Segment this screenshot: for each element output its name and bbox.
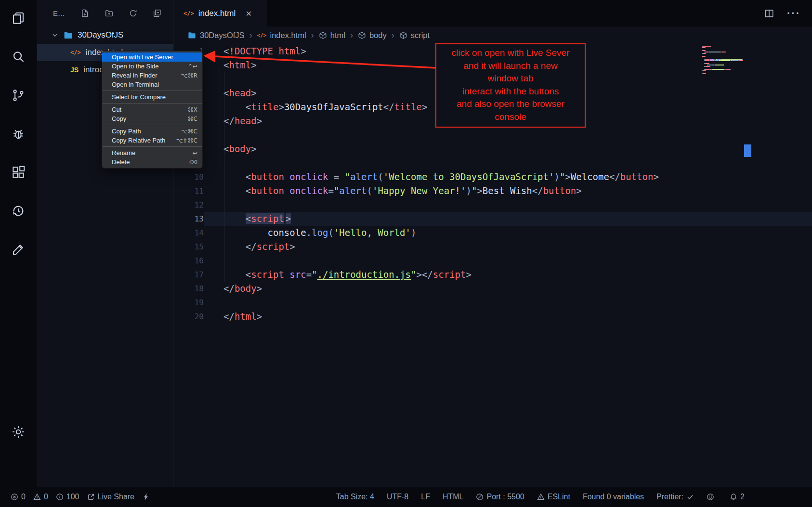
collapse-all-icon[interactable]	[153, 9, 162, 18]
activity-debug-button[interactable]	[0, 116, 37, 154]
folder-name: 30DaysOfJS	[78, 30, 123, 40]
menu-item-open-to-the-side[interactable]: Open to the Side⌃↩	[102, 62, 202, 71]
menu-item-label: Copy	[112, 115, 126, 122]
code-line[interactable]: 18</body>	[174, 282, 812, 296]
status-encoding[interactable]: UTF-8	[387, 493, 408, 501]
code-line[interactable]: 9	[174, 156, 812, 170]
menu-item-open-with-live-server[interactable]: Open with Live Server	[102, 52, 202, 62]
annotation-line: interact with the buttons	[437, 85, 584, 98]
menu-item-delete[interactable]: Delete⌫	[102, 157, 202, 167]
folder-icon	[63, 30, 73, 40]
refresh-icon[interactable]	[129, 9, 138, 18]
code-line[interactable]: 13 <script>	[174, 212, 812, 226]
menu-item-copy-relative-path[interactable]: Copy Relative Path⌥⇧⌘C	[102, 136, 202, 145]
overview-ruler-marker	[744, 144, 751, 157]
status-language-mode[interactable]: HTML	[443, 493, 464, 501]
breadcrumb-item-30daysofjs[interactable]: 30DaysOfJS	[187, 31, 245, 40]
tree-folder-root[interactable]: 30DaysOfJS	[37, 26, 173, 44]
status-quick-actions[interactable]	[142, 493, 153, 501]
smiley-icon	[707, 493, 714, 501]
activity-extensions-button[interactable]	[0, 154, 37, 193]
status-label: LF	[421, 493, 430, 501]
annotation-line: click on open with Live Sever	[437, 47, 584, 60]
line-content	[204, 128, 812, 142]
code-line[interactable]: 10 <button onclick = "alert('Welcome to …	[174, 170, 812, 184]
status-variables[interactable]: Found 0 variables	[583, 493, 644, 501]
status-warnings[interactable]: 0	[33, 493, 48, 501]
code-line[interactable]: 16	[174, 254, 812, 268]
line-number: 14	[174, 226, 204, 240]
menu-item-select-for-compare[interactable]: Select for Compare	[102, 92, 202, 102]
status-label: Live Share	[98, 493, 135, 501]
minimap-line	[702, 72, 743, 73]
activity-history-button[interactable]	[0, 193, 37, 231]
status-live-server-port[interactable]: Port : 5500	[476, 493, 524, 501]
breadcrumb-label: 30DaysOfJS	[200, 31, 245, 40]
line-content: </script>	[204, 240, 812, 254]
status-notifications[interactable]: 2	[730, 493, 745, 501]
new-folder-icon[interactable]	[105, 9, 114, 18]
minimap-line	[702, 65, 743, 65]
menu-item-copy[interactable]: Copy⌘C	[102, 114, 202, 123]
code-line[interactable]: 14 console.log('Hello, World')	[174, 226, 812, 240]
menu-item-label: Copy Path	[112, 128, 141, 135]
status-info-count[interactable]: 100	[56, 493, 79, 501]
line-content: <button onclick = "alert('Welcome to 30D…	[204, 170, 812, 184]
debug-icon	[11, 127, 26, 143]
more-actions-button[interactable]: ···	[787, 7, 800, 20]
line-content: </body>	[204, 282, 812, 296]
feedback-icon	[11, 242, 26, 259]
minimap[interactable]	[702, 46, 743, 75]
warning-icon	[33, 493, 41, 501]
tab-index-html[interactable]: </> index.html ×	[174, 0, 267, 26]
js-file-icon: JS	[70, 66, 79, 74]
activity-explorer-button[interactable]	[0, 0, 37, 39]
eslint-icon	[537, 493, 545, 501]
chevron-down-icon	[51, 31, 59, 39]
new-file-icon[interactable]	[80, 9, 90, 18]
activity-settings-button[interactable]	[0, 418, 37, 447]
code-line[interactable]: 15 </script>	[174, 240, 812, 254]
menu-item-rename[interactable]: Rename↩	[102, 148, 202, 157]
status-eol[interactable]: LF	[421, 493, 430, 501]
code-line[interactable]: 8<body>	[174, 142, 812, 156]
menu-item-copy-path[interactable]: Copy Path⌥⌘C	[102, 127, 202, 136]
code-line[interactable]: 11 <button onclick="alert('Happy New Yea…	[174, 184, 812, 198]
status-prettier[interactable]: Prettier:	[656, 493, 694, 501]
menu-item-cut[interactable]: Cut⌘X	[102, 105, 202, 114]
minimap-line	[702, 50, 743, 51]
code-line[interactable]: 7	[174, 128, 812, 142]
status-live-share[interactable]: Live Share	[87, 493, 135, 501]
close-icon[interactable]: ×	[246, 8, 251, 18]
code-line[interactable]: 20</html>	[174, 310, 812, 324]
annotation-line: window tab	[437, 72, 584, 85]
breadcrumb-item-script[interactable]: script	[399, 31, 430, 40]
activity-feedback-button[interactable]	[0, 231, 37, 270]
breadcrumb-item-index-html[interactable]: </>index.html	[257, 31, 306, 40]
chevron-right-icon: ›	[350, 30, 353, 40]
status-eslint[interactable]: ESLint	[537, 493, 570, 501]
explorer-header-actions	[80, 9, 162, 18]
menu-item-open-in-terminal[interactable]: Open in Terminal	[102, 80, 202, 89]
breadcrumb-item-body[interactable]: body	[358, 31, 387, 40]
activity-search-button[interactable]	[0, 39, 37, 77]
status-feedback-smiley[interactable]	[707, 493, 717, 501]
status-bar: 00100Live Share Tab Size: 4UTF-8LFHTMLPo…	[0, 487, 812, 507]
status-label: ESLint	[548, 493, 570, 501]
status-errors[interactable]: 0	[11, 493, 26, 501]
code-line[interactable]: 19	[174, 296, 812, 310]
code-line[interactable]: 12	[174, 198, 812, 212]
code-line[interactable]: 17 <script src="./introduction.js"></scr…	[174, 268, 812, 282]
annotation-line: and also open the browser	[437, 98, 584, 111]
status-label: 2	[740, 493, 745, 501]
tab-bar: </> index.html × ···	[174, 0, 812, 26]
breadcrumb-item-html[interactable]: html	[319, 31, 345, 40]
breadcrumb: 30DaysOfJS›</>index.html›html›body›scrip…	[174, 26, 812, 44]
check-icon	[686, 493, 694, 501]
status-tab-size[interactable]: Tab Size: 4	[336, 493, 374, 501]
activity-source-control-button[interactable]	[0, 77, 37, 116]
menu-item-label: Reveal in Finder	[112, 72, 157, 79]
split-editor-button[interactable]	[764, 8, 774, 19]
breadcrumb-label: script	[411, 31, 430, 40]
menu-item-reveal-in-finder[interactable]: Reveal in Finder⌥⌘R	[102, 71, 202, 80]
